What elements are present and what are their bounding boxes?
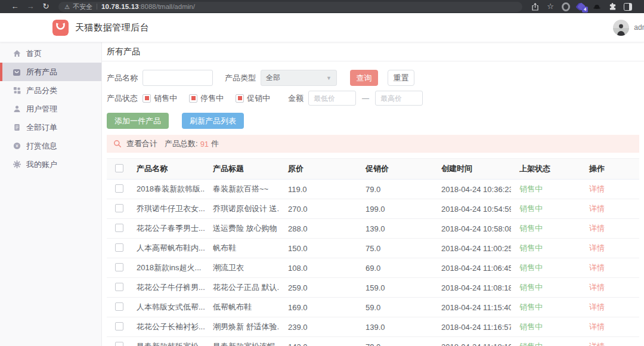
detail-link[interactable]: 详情 [589,302,605,311]
app-title: 天猫数据管理后台 [75,22,149,33]
row-checkbox[interactable] [115,322,123,330]
cell-created-time: 2018-04-24 10:54:59 [433,199,511,219]
table-row: 花花公子长袖衬衫... 潮男焕新 舒适体验... 239.0 139.0 201… [107,317,639,337]
row-checkbox[interactable] [115,283,123,291]
column-header: 原价 [280,159,357,180]
row-checkbox[interactable] [115,184,123,193]
sidebar-item-label: 用户管理 [26,104,57,115]
cell-promo-price: 75.0 [357,239,433,258]
column-header: 上架状态 [511,159,581,180]
refresh-list-button[interactable]: 刷新产品列表 [182,113,244,129]
cell-price: 108.0 [280,258,357,278]
back-icon[interactable]: ← [7,0,23,13]
product-type-select[interactable]: 全部 ▼ [261,70,337,86]
detail-link[interactable]: 详情 [589,263,605,272]
table-row: 2018春装新款韩版... 春装新款百搭~~ 119.0 79.0 2018-0… [107,180,639,199]
browser-actions: ☆ 4 [531,2,632,11]
bag-icon [13,68,21,76]
add-product-button[interactable]: 添加一件产品 [107,113,169,129]
sidebar-item-label: 产品分类 [26,85,57,96]
status-option-label: 停售中 [200,93,224,104]
filter-panel: 产品名称 产品类型 全部 ▼ 查询 重置 产品状态 销售中 停售中 [102,70,644,106]
product-type-value: 全部 [266,73,280,83]
cell-price: 288.0 [280,219,357,239]
cell-created-time: 2018-04-24 11:06:45 [433,258,511,278]
cell-product-name: 花花公子长袖衬衫... [128,317,205,337]
reload-icon[interactable]: ↻ [38,0,54,13]
gear-icon [13,160,21,169]
row-checkbox[interactable] [115,224,123,232]
detail-link[interactable]: 详情 [589,184,605,193]
column-header: 创建时间 [433,159,511,180]
cell-promo-price: 159.0 [357,278,433,298]
detail-link[interactable]: 详情 [589,283,605,292]
detail-link[interactable]: 详情 [589,204,605,213]
status-checkbox-selling[interactable]: 销售中 [143,93,184,104]
status-badge: 销售中 [511,278,581,298]
status-badge: 销售中 [511,337,581,346]
table-row: 花花公子春季男士... 送运费险 放心购物 288.0 139.0 2018-0… [107,219,639,239]
row-checkbox[interactable] [115,204,123,212]
extension-books-icon[interactable]: 4 [577,2,586,11]
search-button[interactable]: 查询 [350,70,378,86]
main-content: 所有产品 产品名称 产品类型 全部 ▼ 查询 重置 产品状态 销售中 [102,42,644,346]
cell-product-name: 花花公子牛仔裤男... [128,278,205,298]
sidebar-item-account[interactable]: 我的账户 [0,155,101,174]
sidebar-item-label: 打赏信息 [26,141,57,152]
checkbox-icon[interactable] [189,94,197,103]
product-table-body: 2018春装新款韩版... 春装新款百搭~~ 119.0 79.0 2018-0… [107,180,639,346]
extensions-puzzle-icon[interactable] [608,2,617,11]
status-checkbox-promo[interactable]: 促销中 [236,93,277,104]
cell-created-time: 2018-04-24 11:00:25 [433,239,511,258]
user-menu[interactable]: admin [613,20,644,36]
detail-link[interactable]: 详情 [589,243,605,252]
sidebar: 首页 所有产品 产品分类 用户管理 全部订单 ¥ 打赏信息 我的账户 [0,42,102,346]
sidebar-item-home[interactable]: 首页 [0,44,101,63]
row-checkbox[interactable] [115,342,123,346]
max-price-input[interactable] [375,91,423,106]
side-panel-icon[interactable] [624,2,632,11]
username: admin [634,23,644,32]
hat-icon[interactable] [593,2,601,11]
sidebar-item-orders[interactable]: 全部订单 [0,118,101,137]
sidebar-item-products[interactable]: 所有产品 [0,63,101,81]
cell-promo-price: 79.0 [357,337,433,346]
security-label: 不安全 [73,2,92,11]
browser-toolbar: ← → ↻ ⚠ 不安全 10.78.15.13 :8088/tmall/admi… [0,0,644,13]
product-table: 产品名称 产品标题 原价 促销价 创建时间 上架状态 操作 2018春装新款韩版… [107,158,639,346]
cell-product-title: 帆布鞋 [205,239,280,258]
forward-icon[interactable]: → [23,0,38,13]
cell-created-time: 2018-04-24 11:15:40 [433,298,511,317]
cell-product-title: 潮男焕新 舒适体验... [205,317,280,337]
record-icon[interactable] [562,2,570,11]
detail-link[interactable]: 详情 [589,322,605,331]
row-checkbox[interactable] [115,263,123,271]
row-checkbox[interactable] [115,302,123,311]
sidebar-item-users[interactable]: 用户管理 [0,100,101,118]
cell-created-time: 2018-04-24 10:58:08 [433,219,511,239]
row-checkbox[interactable] [115,243,123,252]
checkbox-icon[interactable] [236,94,244,103]
cell-created-time: 2018-04-24 11:08:18 [433,278,511,298]
table-row: 花花公子牛仔裤男... 花花公子正品 默认... 259.0 159.0 201… [107,278,639,298]
status-checkbox-stopped[interactable]: 停售中 [189,93,231,104]
total-label: 产品总数: [165,138,198,149]
detail-link[interactable]: 详情 [589,342,605,346]
product-status-label: 产品状态 [107,93,138,104]
table-row: 早春新款韩版宽松... 早春新款宽松连帽... 142.0 79.0 2018-… [107,337,639,346]
sidebar-item-categories[interactable]: 产品分类 [0,81,101,100]
reset-button[interactable]: 重置 [388,70,414,86]
select-all-checkbox[interactable] [115,164,123,172]
sidebar-item-rewards[interactable]: ¥ 打赏信息 [0,137,101,155]
checkbox-icon[interactable] [143,94,151,103]
avatar[interactable] [613,20,629,36]
cell-product-name: 早春新款韩版宽松... [128,337,205,346]
chevron-down-icon: ▼ [326,75,332,81]
product-name-input[interactable] [143,70,213,86]
address-bar[interactable]: ⚠ 不安全 10.78.15.13 :8088/tmall/admin/ [58,2,522,12]
min-price-input[interactable] [308,91,356,106]
detail-link[interactable]: 详情 [589,224,605,233]
bookmark-star-icon[interactable]: ☆ [546,2,555,11]
view-total-link[interactable]: 查看合计 [126,138,157,149]
share-icon[interactable] [531,2,539,11]
